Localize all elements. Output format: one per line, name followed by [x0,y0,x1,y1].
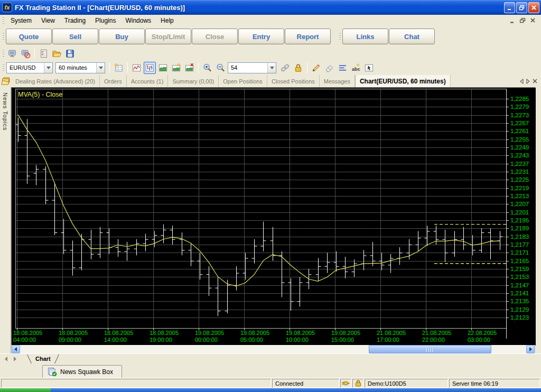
sheet-next-button[interactable] [11,355,20,363]
add-chart-icon[interactable] [170,62,182,74]
svg-text:1,2201: 1,2201 [510,209,529,216]
lock-icon[interactable] [292,62,304,74]
connect-icon[interactable] [6,48,18,60]
toolbar-separator [198,62,199,73]
news-squawk-tab[interactable]: News Squawk Box [42,365,122,378]
sheet-prev-button[interactable] [2,355,11,363]
mdi-minimize-icon [510,18,516,23]
draw-lines-icon[interactable] [337,62,349,74]
toolbar-grip[interactable] [3,49,4,58]
svg-text:1,2171: 1,2171 [510,249,529,256]
trade-button[interactable]: Close [192,29,238,44]
scroll-right-button[interactable] [526,345,535,353]
menu-item[interactable]: View [36,15,60,26]
svg-text:1,2159: 1,2159 [510,266,529,272]
abc-label-icon[interactable]: abc [350,62,362,74]
tab-close-icon[interactable] [533,79,537,83]
close-button[interactable] [528,2,539,13]
ohlc-chart-icon[interactable] [144,62,156,74]
start-button-edge[interactable] [0,388,51,392]
chart-plot[interactable]: 1,22851,22791,22731,22671,22611,22551,22… [12,88,536,346]
zoom-level-combo[interactable]: 54 [228,62,276,73]
document-tab[interactable]: Dealing Rates (Advanced) (20) [11,75,100,87]
link-charts-icon[interactable] [279,62,291,74]
save-icon[interactable] [64,48,76,60]
chevron-down-icon[interactable] [44,63,52,73]
document-tab[interactable]: Open Positions [219,75,267,87]
trade-button[interactable]: Stop/Limit [145,29,191,44]
menu-item[interactable]: System [6,15,36,26]
mdi-close-button[interactable] [529,17,537,24]
connection-status: Connected [272,379,339,388]
eraser-icon[interactable] [323,62,335,74]
menu-item[interactable]: Windows [120,15,156,26]
document-tab[interactable]: Closed Positions [267,75,320,87]
scrollbar-thumb[interactable] [369,345,491,353]
report-list-icon[interactable] [38,48,50,60]
chevron-down-icon[interactable] [267,63,276,73]
toolbar-separator [34,48,35,59]
trade-button[interactable]: Entry [238,29,284,44]
disconnect-icon[interactable] [20,48,32,60]
svg-text:1,2183: 1,2183 [510,234,529,240]
toolbar-grip[interactable] [3,32,4,41]
mdi-window-controls [509,17,541,24]
scroll-left-button[interactable] [12,345,20,353]
pencil-icon[interactable] [310,62,322,74]
zoom-in-icon[interactable] [201,62,213,74]
trade-button[interactable]: Buy [99,29,145,44]
trade-button[interactable]: Sell [52,29,98,44]
menu-item[interactable]: Plugins [90,15,120,26]
remove-chart-icon[interactable] [183,62,195,74]
trade-button[interactable]: Quote [6,29,52,44]
toolbar-separator [127,62,128,73]
tab-scroll-left-icon[interactable] [520,79,524,84]
document-tab[interactable]: Summary (0,00) [168,75,219,87]
open-folder-icon[interactable] [51,48,63,60]
document-tab[interactable]: Accounts (1) [127,75,169,87]
news-topics-rail[interactable]: News Topics [0,87,11,353]
svg-text:MVA(5) - Close: MVA(5) - Close [18,91,63,98]
document-tab[interactable]: Orders [100,75,127,87]
toolbar-grip[interactable] [339,32,341,41]
symbol-combo[interactable]: EUR/USD [6,62,53,73]
svg-text:1,2225: 1,2225 [510,176,529,183]
news-squawk-bar: News Squawk Box [0,364,541,378]
svg-text:1,2249: 1,2249 [510,144,529,151]
new-chart-group [112,62,125,74]
news-topics-corner[interactable] [0,75,11,87]
mdi-minimize-button[interactable] [509,17,517,24]
tab-scroll-right-icon[interactable] [526,79,530,84]
trade-button[interactable]: Links [342,29,388,44]
pointer-icon[interactable] [363,62,375,74]
status-bar: Connected Demo:U100D5 Server time 06:19 [0,378,541,388]
svg-text:1,2123: 1,2123 [510,314,529,321]
line-chart-icon[interactable] [130,62,143,74]
toolbar-grip[interactable] [3,16,4,25]
chevron-down-icon[interactable] [96,63,105,73]
price-chart[interactable]: 1,22851,22791,22731,22671,22611,22551,22… [11,87,535,345]
chart-horizontal-scrollbar[interactable] [11,345,535,353]
trade-button[interactable]: Chat [389,29,435,44]
trade-button[interactable]: Report [285,29,331,44]
svg-text:1,2141: 1,2141 [510,290,529,296]
zoom-out-icon[interactable] [214,62,227,74]
chart-sheet-tab[interactable]: Chart [25,354,61,363]
app-icon: fx [2,3,12,12]
menu-item[interactable]: Trading [60,15,90,26]
interval-combo[interactable]: 60 minutes [55,62,105,73]
symbol-value: EUR/USD [7,63,44,73]
document-tab[interactable]: Messages [320,75,355,87]
trade-buttons-main: QuoteSellBuyStop/LimitCloseEntryReport [6,29,331,44]
main-area: News Topics 1,22851,22791,22731,22671,22… [0,87,541,353]
document-tab[interactable]: Chart(EUR/USD, 60 minutes) [355,75,451,87]
svg-text:22:00:00: 22:00:00 [422,337,445,343]
toolbar-grip[interactable] [3,63,4,72]
menu-bar: SystemViewTradingPluginsWindowsHelp [0,15,541,26]
menu-item[interactable]: Help [156,15,179,26]
restore-button[interactable] [516,2,527,13]
minimize-button[interactable] [504,2,515,13]
new-chart-icon[interactable] [113,62,125,74]
area-chart-icon[interactable] [157,62,169,74]
mdi-restore-button[interactable] [519,17,527,24]
